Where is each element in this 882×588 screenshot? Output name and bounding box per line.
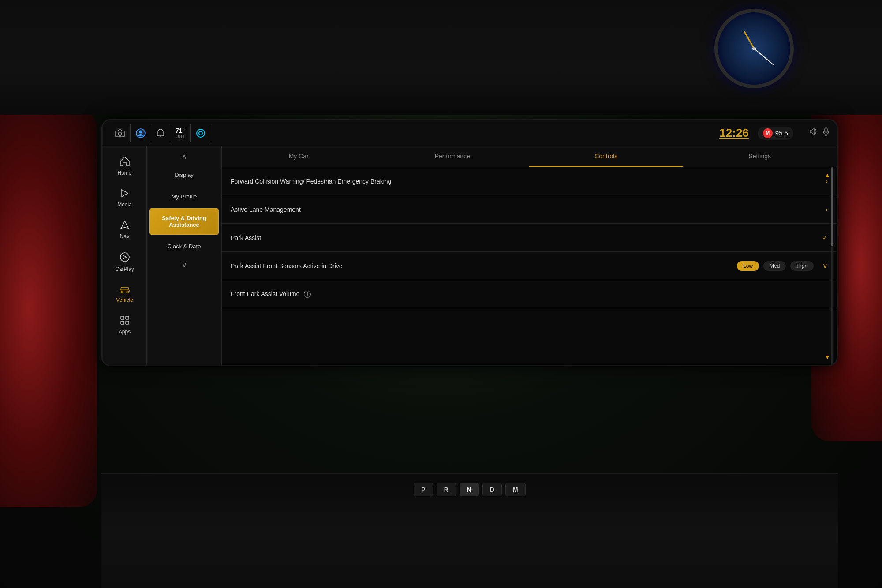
scroll-down-btn[interactable]: ▼ (824, 353, 830, 360)
sidebar-item-apps[interactable]: Apps (103, 309, 146, 341)
svg-rect-15 (121, 321, 124, 324)
home-label: Home (117, 170, 131, 176)
radio-frequency: 95.5 (775, 129, 788, 137)
settings-item-parkassistfront[interactable]: Park Assist Front Sensors Active in Driv… (222, 252, 837, 280)
svg-point-1 (118, 132, 122, 135)
hardware-bottom: P R N D M (101, 473, 838, 588)
alm-label: Active Lane Management (231, 206, 821, 213)
microphone-icon[interactable] (822, 127, 830, 139)
svg-rect-16 (126, 321, 129, 324)
radio-display[interactable]: M 95.5 (758, 127, 793, 140)
media-label: Media (117, 202, 132, 208)
clock-center (752, 47, 756, 50)
clock-minute-hand (754, 48, 774, 66)
settings-list: Forward Collision Warning/ Pedestrian Em… (222, 167, 837, 365)
tab-settings[interactable]: Settings (683, 146, 837, 167)
speaker-icon[interactable] (809, 127, 818, 139)
sidebar-item-nav[interactable]: Nav (103, 214, 146, 246)
profile-icon[interactable] (131, 124, 151, 142)
scroll-arrows: ▲ ▼ (824, 167, 830, 365)
settings-item-parkassist[interactable]: Park Assist ✓ (222, 224, 837, 252)
svg-point-4 (197, 129, 205, 137)
nav-label: Nav (120, 233, 129, 240)
svg-rect-14 (126, 316, 129, 319)
seat-left (0, 110, 97, 507)
bell-icon[interactable] (151, 124, 170, 142)
camera-icon[interactable] (110, 124, 131, 142)
svg-rect-6 (825, 128, 827, 132)
home-icon (120, 157, 130, 168)
tab-mycar[interactable]: My Car (222, 146, 376, 167)
submenu-display[interactable]: Display (149, 165, 219, 185)
tab-controls[interactable]: Controls (529, 146, 683, 167)
info-icon[interactable]: i (304, 291, 311, 298)
carplay-label: CarPlay (115, 266, 134, 272)
gear-m[interactable]: M (505, 483, 526, 496)
vol-low-button[interactable]: Low (737, 261, 759, 271)
tabs-and-settings: My Car Performance Controls Settings For… (222, 146, 837, 365)
sidebar-item-carplay[interactable]: CarPlay (103, 246, 146, 278)
submenu-myprofile[interactable]: My Profile (149, 187, 219, 206)
submenu-safety[interactable]: Safety & Driving Assistance (149, 208, 219, 235)
svg-rect-13 (121, 316, 124, 319)
vehicle-icon (119, 285, 131, 295)
gear-p[interactable]: P (414, 483, 433, 496)
vehicle-label: Vehicle (116, 297, 133, 303)
sidebar-item-vehicle[interactable]: Vehicle (103, 278, 146, 309)
parkassist-label: Park Assist (231, 234, 818, 241)
scroll-indicator (831, 167, 833, 365)
sidebar-item-home[interactable]: Home (103, 150, 146, 182)
submenu-clockdate[interactable]: Clock & Date (149, 236, 219, 256)
gear-r[interactable]: R (437, 483, 456, 496)
clock-hour-hand (744, 31, 755, 49)
frontvolume-label: Front Park Assist Volume i (231, 290, 828, 298)
sidebar-item-media[interactable]: Media (103, 182, 146, 214)
gear-n[interactable]: N (460, 483, 479, 496)
parkassistfront-label: Park Assist Front Sensors Active in Driv… (231, 262, 737, 270)
carplay-icon (120, 252, 130, 264)
vol-high-button[interactable]: High (790, 261, 814, 271)
infotainment-screen: 71° OUT 12:26 M 95.5 (101, 119, 838, 366)
tab-performance[interactable]: Performance (376, 146, 530, 167)
apps-icon (120, 315, 130, 327)
status-bar: 71° OUT 12:26 M 95.5 (103, 120, 837, 146)
svg-point-9 (120, 253, 129, 262)
analog-clock (714, 9, 794, 88)
media-icon (120, 188, 130, 200)
submenu-panel: ∧ Display My Profile Safety & Driving As… (147, 146, 222, 365)
scroll-up-arrow[interactable]: ∧ (147, 149, 221, 164)
clock-display: 12:26 (719, 126, 749, 140)
sidebar-nav: Home Media Nav (103, 146, 147, 365)
apps-label: Apps (119, 329, 131, 335)
svg-point-5 (199, 131, 202, 135)
settings-item-alm[interactable]: Active Lane Management › (222, 195, 837, 224)
gear-d[interactable]: D (482, 483, 502, 496)
main-content: Home Media Nav (103, 146, 837, 365)
scroll-up-btn[interactable]: ▲ (824, 172, 830, 179)
nav-icon (120, 220, 130, 232)
svg-point-3 (139, 130, 142, 133)
time-display: 12:26 M 95.5 (719, 126, 830, 140)
vol-med-button[interactable]: Med (763, 261, 786, 271)
settings-item-fcw[interactable]: Forward Collision Warning/ Pedestrian Em… (222, 167, 837, 195)
scroll-down-arrow[interactable]: ∨ (147, 257, 221, 273)
gear-selector: P R N D M (414, 483, 525, 496)
fcw-label: Forward Collision Warning/ Pedestrian Em… (231, 178, 821, 185)
circle-icon[interactable] (191, 124, 211, 142)
radio-icon: M (763, 128, 773, 138)
volume-selector: Low Med High ∨ (737, 261, 828, 271)
tabs-bar: My Car Performance Controls Settings (222, 146, 837, 167)
voice-controls (809, 127, 830, 139)
settings-item-frontvolume[interactable]: Front Park Assist Volume i (222, 280, 837, 308)
temperature-display: 71° OUT (170, 124, 191, 142)
scroll-thumb (831, 167, 833, 246)
